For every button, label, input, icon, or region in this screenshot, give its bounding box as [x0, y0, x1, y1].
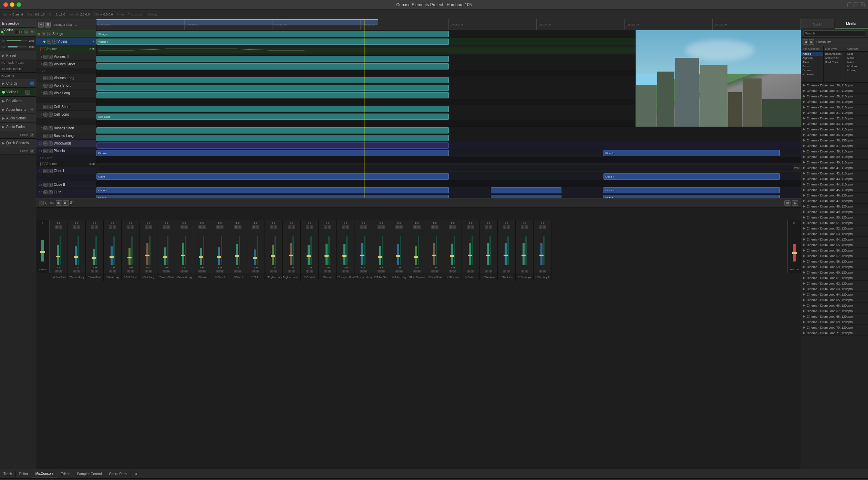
- ch-knob-15[interactable]: [324, 255, 329, 257]
- setup-gear-1[interactable]: ⚙: [30, 133, 34, 137]
- ch-fader-14[interactable]: [308, 245, 310, 265]
- ch-knob-26[interactable]: [521, 255, 526, 256]
- ch-fader-6[interactable]: [164, 247, 166, 266]
- ch-knob-13[interactable]: [289, 255, 293, 256]
- clip-oboe1-2[interactable]: Oboe I: [603, 173, 779, 180]
- bs-solo[interactable]: S: [49, 126, 53, 130]
- track-row-enghorn-short[interactable]: 15 M S English Horn Short: [36, 196, 96, 198]
- media-item-37[interactable]: ▶Cinema - Drum Loop 63, 120bpm: [801, 286, 868, 292]
- track-row-woodwinds[interactable]: 10 M S Woodwinds: [36, 140, 96, 147]
- media-item-30[interactable]: ▶Cinema - Drum Loop 56, 120bpm: [801, 248, 868, 253]
- ch-knob-11[interactable]: [253, 257, 257, 259]
- mixer-prev-btn[interactable]: ⏮: [56, 200, 62, 206]
- ch-fader-area-7[interactable]: [175, 229, 193, 266]
- char-minor[interactable]: Minor: [846, 60, 868, 64]
- setup-label-1[interactable]: Setup: [20, 133, 28, 137]
- stereo-in-fader[interactable]: [36, 225, 49, 262]
- close-button[interactable]: [3, 2, 8, 7]
- ch-knob-2[interactable]: [92, 257, 96, 259]
- ch-knob-3[interactable]: [110, 256, 114, 258]
- clip-violines2[interactable]: [96, 56, 449, 62]
- o2-solo[interactable]: S: [49, 183, 53, 187]
- arr-woodwinds[interactable]: [96, 142, 801, 149]
- cs-mute[interactable]: M: [43, 105, 48, 109]
- ch-fader-3[interactable]: [111, 246, 113, 265]
- monitor-btn[interactable]: e: [19, 30, 24, 34]
- ch-fader-area-15[interactable]: [319, 229, 336, 266]
- ch-fader-area-10[interactable]: [229, 229, 247, 266]
- vs-solo[interactable]: S: [49, 62, 53, 66]
- track-row-flute1[interactable]: 14 M S Flute I: [36, 189, 96, 196]
- cat-egrand[interactable]: E. Grand: [801, 72, 823, 76]
- ch-knob-10[interactable]: [235, 255, 239, 257]
- nav-back-btn[interactable]: ◀: [803, 39, 808, 45]
- track-row-celli-long[interactable]: 7 M S Celli Long: [36, 111, 96, 118]
- ch-knob-9[interactable]: [217, 256, 221, 258]
- cl-mute[interactable]: M: [43, 113, 48, 117]
- ch-fader-area-24[interactable]: [480, 229, 497, 266]
- ch-knob-6[interactable]: [163, 256, 167, 258]
- ch-fader-area-4[interactable]: [122, 229, 139, 266]
- ch-knob-19[interactable]: [396, 255, 400, 257]
- media-item-24[interactable]: ▶Cinema - Drum Loop 50, 120bpm: [801, 215, 868, 220]
- media-item-15[interactable]: ▶Cinema - Drum Loop 41, 110bpm: [801, 165, 868, 171]
- strings-mute[interactable]: M: [42, 32, 46, 36]
- media-item-38[interactable]: ▶Cinema - Drum Loop 64, 120bpm: [801, 292, 868, 297]
- cs-solo[interactable]: S: [49, 105, 53, 109]
- media-item-45[interactable]: ▶Cinema - Drum Loop 71, 120bpm: [801, 330, 868, 336]
- track-row-violines-long[interactable]: 3 M S Violines Long: [36, 74, 96, 82]
- add-track-btn[interactable]: +: [38, 22, 44, 28]
- media-item-13[interactable]: ▶Cinema - Drum Loop 39, 110bpm: [801, 154, 868, 160]
- track-row-violins1[interactable]: M S Violins I ▼: [36, 38, 96, 45]
- track-row-volume1[interactable]: R Volume 2.55: [36, 45, 96, 53]
- o1-mute[interactable]: M: [43, 169, 48, 173]
- ehs-mute[interactable]: M: [43, 198, 48, 198]
- mixer-next-btn[interactable]: ⏭: [63, 200, 69, 206]
- ch-knob-16[interactable]: [342, 255, 347, 257]
- ch-fader-area-8[interactable]: [193, 229, 211, 266]
- cat-drones[interactable]: Drones: [801, 68, 823, 72]
- stereo-out-fader-bar[interactable]: [793, 244, 796, 262]
- media-item-0[interactable]: ▶Cinema - Drum Loop 26, 110bpm: [801, 83, 868, 88]
- substyle-ambient-art[interactable]: Ambient Art: [824, 56, 846, 60]
- violins1-expand[interactable]: ▼: [92, 40, 95, 43]
- clip-violines-long[interactable]: [96, 77, 449, 83]
- audio-inserts-header[interactable]: ▶ Audio Inserts +: [0, 105, 36, 114]
- media-item-42[interactable]: ▶Cinema - Drum Loop 68, 120bpm: [801, 314, 868, 319]
- clip-oboe2-2[interactable]: [491, 187, 561, 193]
- media-item-33[interactable]: ▶Cinema - Drum Loop 59, 120bpm: [801, 264, 868, 270]
- minimize-button[interactable]: [10, 2, 14, 7]
- ch-fader-area-1[interactable]: [68, 229, 85, 266]
- ch-knob-14[interactable]: [307, 255, 311, 257]
- media-item-1[interactable]: ▶Cinema - Drum Loop 27, 110bpm: [801, 88, 868, 94]
- ch-fader-25[interactable]: [505, 243, 507, 265]
- strings-solo[interactable]: S: [47, 32, 51, 36]
- cat-arpseq[interactable]: Arp/Seq: [801, 56, 823, 60]
- preset-header[interactable]: ▶ Preset: [0, 51, 36, 60]
- media-item-29[interactable]: ▶Cinema - Drum Loop 55, 120bpm: [801, 242, 868, 248]
- media-item-28[interactable]: ▶Cinema - Drum Loop 54, 120bpm: [801, 237, 868, 242]
- media-item-12[interactable]: ▶Cinema - Drum Loop 38, 110bpm: [801, 149, 868, 154]
- stereo-in-knob[interactable]: [40, 251, 45, 253]
- char-loop[interactable]: Loop: [846, 52, 868, 56]
- media-item-7[interactable]: ▶Cinema - Drum Loop 33, 110bpm: [801, 121, 868, 127]
- ch-fader-area-19[interactable]: [390, 229, 408, 266]
- ch-fader-area-25[interactable]: [498, 229, 515, 266]
- media-item-27[interactable]: ▶Cinema - Drum Loop 53, 120bpm: [801, 231, 868, 237]
- bl-mute[interactable]: M: [43, 134, 48, 138]
- quick-controls-header[interactable]: ▶ Quick Controls: [0, 139, 36, 147]
- nav-forward-btn[interactable]: ▶: [809, 39, 814, 45]
- media-item-23[interactable]: ▶Cinema - Drum Loop 49, 120bpm: [801, 209, 868, 215]
- char-moving[interactable]: Moving: [846, 68, 868, 72]
- media-item-34[interactable]: ▶Cinema - Drum Loop 60, 120bpm: [801, 270, 868, 275]
- o2-mute[interactable]: M: [43, 183, 48, 187]
- equalizers-header[interactable]: ▶ Equalizers: [0, 97, 36, 105]
- ww-solo[interactable]: S: [49, 141, 53, 146]
- track-row-basses-short[interactable]: 8 M S Basses Short: [36, 125, 96, 132]
- ch-fader-18[interactable]: [379, 246, 381, 265]
- violas-mute[interactable]: M: [43, 84, 48, 88]
- media-item-6[interactable]: ▶Cinema - Drum Loop 32, 110bpm: [801, 116, 868, 121]
- clip-oboe2-3[interactable]: Oboe II: [603, 187, 779, 193]
- clip-viola-long[interactable]: [96, 92, 449, 98]
- ch-fader-area-13[interactable]: [283, 229, 300, 266]
